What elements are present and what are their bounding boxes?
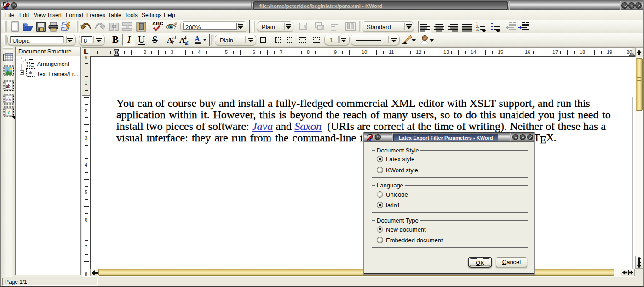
svg-text:ab: ab — [29, 71, 32, 75]
svg-text:√x: √x — [6, 96, 12, 103]
svg-text:2.: 2. — [476, 25, 479, 28]
svg-text:i: i — [6, 8, 6, 10]
svg-text:1.: 1. — [25, 59, 28, 62]
svg-text:aI: aI — [185, 41, 189, 46]
svg-text:3.: 3. — [476, 28, 479, 31]
svg-text:ab: ab — [6, 83, 10, 88]
svg-text:1.2: 1.2 — [26, 64, 31, 67]
svg-text:aI: aI — [172, 35, 176, 40]
svg-text:1.: 1. — [476, 22, 479, 25]
svg-text:?: ? — [7, 109, 10, 116]
svg-text:A: A — [195, 35, 200, 43]
svg-text:ABC: ABC — [152, 21, 163, 26]
